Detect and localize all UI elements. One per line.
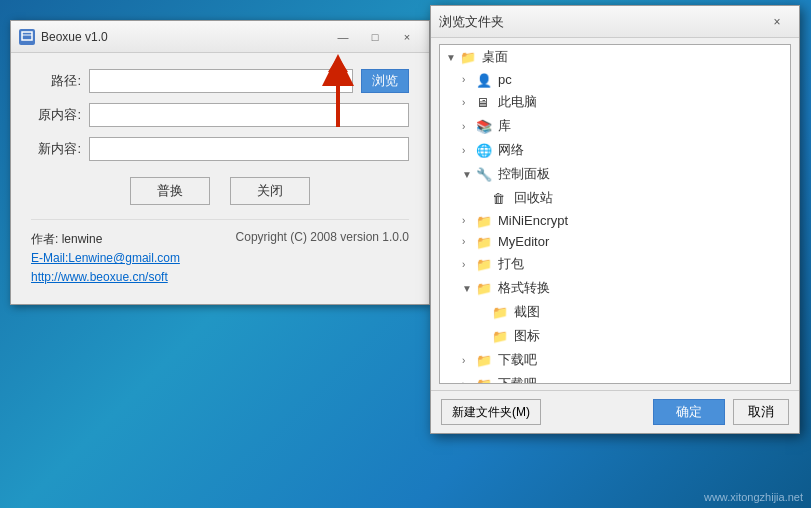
- computer-icon: 🖥: [476, 95, 494, 109]
- tree-label: 桌面: [482, 48, 508, 66]
- dialog-title: 浏览文件夹: [439, 13, 504, 31]
- dialog-footer-right: 确定 取消: [653, 399, 789, 425]
- titlebar-controls: — □ ×: [329, 27, 421, 47]
- app-icon: [19, 29, 35, 45]
- svg-rect-0: [22, 32, 32, 40]
- cancel-button[interactable]: 取消: [733, 399, 789, 425]
- folder-icon: 📁: [476, 281, 494, 295]
- tree-label: 格式转换: [498, 279, 550, 297]
- tree-item-screenshot[interactable]: 📁 截图: [440, 300, 790, 324]
- browse-dialog: 浏览文件夹 × ▼ 📁 桌面 › 👤 pc › 🖥 此电脑 › 📚 库 ›: [430, 5, 800, 434]
- tree-item-myeditor[interactable]: › 📁 MyEditor: [440, 231, 790, 252]
- tree-item-computer[interactable]: › 🖥 此电脑: [440, 90, 790, 114]
- library-icon: 📚: [476, 119, 494, 133]
- ok-button[interactable]: 确定: [653, 399, 725, 425]
- folder-icon: 📁: [492, 329, 510, 343]
- tree-label: 图标: [514, 327, 540, 345]
- tree-item-library[interactable]: › 📚 库: [440, 114, 790, 138]
- tree-item-miniencrypt[interactable]: › 📁 MiNiEncrypt: [440, 210, 790, 231]
- tree-item-pack[interactable]: › 📁 打包: [440, 252, 790, 276]
- tree-label: 此电脑: [498, 93, 537, 111]
- email-link[interactable]: E-Mail:Lenwine@gmail.com: [31, 249, 180, 268]
- new-folder-button[interactable]: 新建文件夹(M): [441, 399, 541, 425]
- replace-button[interactable]: 普换: [130, 177, 210, 205]
- tree-label: 下载吧: [498, 351, 537, 369]
- action-buttons: 普换 关闭: [31, 177, 409, 205]
- tree-item-desktop[interactable]: ▼ 📁 桌面: [440, 45, 790, 69]
- tree-label: pc: [498, 72, 512, 87]
- tree-label: 回收站: [514, 189, 553, 207]
- author-name: 作者: lenwine: [31, 230, 180, 249]
- folder-icon: 📁: [476, 377, 494, 384]
- close-app-button[interactable]: 关闭: [230, 177, 310, 205]
- maximize-button[interactable]: □: [361, 27, 389, 47]
- main-window-title: Beoxue v1.0: [41, 30, 108, 44]
- tree-item-download2[interactable]: › 📁 下载吧..: [440, 372, 790, 384]
- tree-item-icons[interactable]: 📁 图标: [440, 324, 790, 348]
- tree-label: 控制面板: [498, 165, 550, 183]
- dialog-close-button[interactable]: ×: [763, 12, 791, 32]
- watermark: www.xitongzhijia.net: [704, 491, 803, 503]
- tree-item-download1[interactable]: › 📁 下载吧: [440, 348, 790, 372]
- chevron-icon: ›: [462, 74, 476, 85]
- folder-icon: 📁: [476, 257, 494, 271]
- network-icon: 🌐: [476, 143, 494, 157]
- main-titlebar: Beoxue v1.0 — □ ×: [11, 21, 429, 53]
- browse-button[interactable]: 浏览: [361, 69, 409, 93]
- chevron-icon: ▼: [446, 52, 460, 63]
- folder-icon: 📁: [460, 50, 478, 64]
- folder-icon: 📁: [476, 353, 494, 367]
- chevron-icon: ›: [462, 259, 476, 270]
- chevron-icon: ›: [462, 236, 476, 247]
- tree-label: 下载吧..: [498, 375, 544, 384]
- copyright-text: Copyright (C) 2008 version 1.0.0: [236, 230, 409, 244]
- tree-label: MiNiEncrypt: [498, 213, 568, 228]
- author-info: 作者: lenwine E-Mail:Lenwine@gmail.com htt…: [31, 230, 180, 288]
- chevron-icon: ›: [462, 379, 476, 385]
- chevron-icon: ▼: [462, 169, 476, 180]
- chevron-icon: ›: [462, 97, 476, 108]
- titlebar-left: Beoxue v1.0: [19, 29, 108, 45]
- folder-icon: 📁: [476, 235, 494, 249]
- chevron-icon: ›: [462, 355, 476, 366]
- new-input[interactable]: [89, 137, 409, 161]
- original-label: 原内容:: [31, 106, 81, 124]
- tree-label: 网络: [498, 141, 524, 159]
- new-label: 新内容:: [31, 140, 81, 158]
- tree-label: 截图: [514, 303, 540, 321]
- chevron-icon: ›: [462, 215, 476, 226]
- tree-label: 库: [498, 117, 511, 135]
- dialog-titlebar: 浏览文件夹 ×: [431, 6, 799, 38]
- chevron-icon: ›: [462, 121, 476, 132]
- recycle-icon: 🗑: [492, 191, 510, 205]
- tree-label: 打包: [498, 255, 524, 273]
- arrow-annotation: [308, 52, 368, 135]
- tree-item-pc[interactable]: › 👤 pc: [440, 69, 790, 90]
- close-window-button[interactable]: ×: [393, 27, 421, 47]
- svg-marker-4: [328, 56, 348, 72]
- chevron-icon: ›: [462, 145, 476, 156]
- tree-item-network[interactable]: › 🌐 网络: [440, 138, 790, 162]
- info-section: 作者: lenwine E-Mail:Lenwine@gmail.com htt…: [31, 219, 409, 288]
- path-label: 路径:: [31, 72, 81, 90]
- minimize-button[interactable]: —: [329, 27, 357, 47]
- folder-icon: 📁: [492, 305, 510, 319]
- new-row: 新内容:: [31, 137, 409, 161]
- controlpanel-icon: 🔧: [476, 167, 494, 181]
- website-link[interactable]: http://www.beoxue.cn/soft: [31, 268, 180, 287]
- chevron-icon: ▼: [462, 283, 476, 294]
- dialog-footer: 新建文件夹(M) 确定 取消: [431, 390, 799, 433]
- folder-tree[interactable]: ▼ 📁 桌面 › 👤 pc › 🖥 此电脑 › 📚 库 › 🌐 网络: [439, 44, 791, 384]
- tree-label: MyEditor: [498, 234, 549, 249]
- tree-item-format[interactable]: ▼ 📁 格式转换: [440, 276, 790, 300]
- tree-item-controlpanel[interactable]: ▼ 🔧 控制面板: [440, 162, 790, 186]
- user-icon: 👤: [476, 73, 494, 87]
- folder-icon: 📁: [476, 214, 494, 228]
- tree-item-recycle[interactable]: 🗑 回收站: [440, 186, 790, 210]
